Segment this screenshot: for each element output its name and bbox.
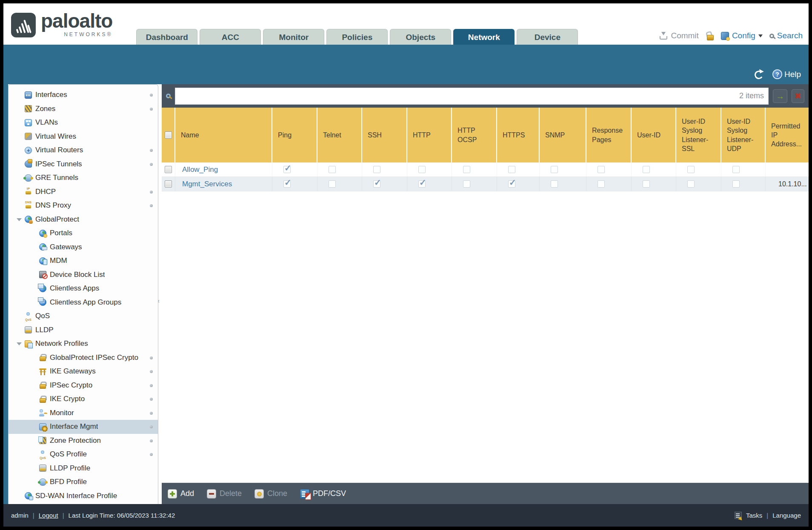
caret-spacer	[31, 434, 39, 448]
telnet-checkbox[interactable]	[329, 166, 336, 173]
tab-policies[interactable]: Policies	[326, 29, 388, 45]
sidebar-item-ike-gateways[interactable]: IKE Gateways	[9, 365, 158, 379]
caret-spacer	[31, 351, 39, 365]
user_id-checkbox[interactable]	[643, 166, 650, 173]
sidebar-item-interface-mgmt[interactable]: Interface Mgmt	[9, 420, 158, 434]
sidebar-item-zone-protection[interactable]: Zone Protection	[9, 434, 158, 448]
select-all-checkbox[interactable]	[165, 131, 172, 139]
ssh-checkbox[interactable]: ✓	[373, 180, 380, 188]
column-header-ssh: SSH	[362, 108, 407, 162]
unlock-icon[interactable]	[706, 31, 714, 40]
sidebar-item-device-block-list[interactable]: Device Block List	[9, 268, 158, 282]
http_ocsp-checkbox[interactable]	[463, 166, 470, 173]
sidebar-item-vlans[interactable]: VLANs	[9, 116, 158, 130]
row-select-checkbox[interactable]	[165, 180, 172, 188]
uid_syslog_udp-checkbox[interactable]	[732, 180, 740, 188]
sidebar-splitter[interactable]: ‹	[158, 84, 162, 504]
sidebar-item-label: LLDP Profile	[50, 464, 90, 473]
sidebar-item-network-profiles[interactable]: Network Profiles	[9, 337, 158, 351]
http-checkbox[interactable]: ✓	[418, 180, 426, 188]
sidebar-item-globalprotect[interactable]: GlobalProtect	[9, 213, 158, 227]
caret-spacer	[31, 365, 39, 379]
ssh-checkbox[interactable]	[373, 166, 380, 173]
filter-input[interactable]	[180, 91, 735, 101]
sidebar-item-ipsec-tunnels[interactable]: IPSec Tunnels	[9, 157, 158, 171]
sidebar-item-mdm[interactable]: MDM	[9, 254, 158, 268]
ping-checkbox[interactable]: ✓	[283, 166, 291, 173]
status-bar: admin | Logout | Last Login Time: 06/05/…	[3, 504, 809, 527]
sidebar-item-dhcp[interactable]: DHCP	[9, 185, 158, 199]
global-search-button[interactable]: Search	[769, 31, 803, 40]
refresh-icon[interactable]	[754, 70, 764, 80]
tasks-button[interactable]: Tasks	[746, 512, 762, 519]
sidebar-item-clientless-app-groups[interactable]: Clientless App Groups	[9, 296, 158, 310]
row-select-checkbox[interactable]	[165, 166, 172, 173]
profile-name-link[interactable]: Mgmt_Services	[175, 180, 232, 188]
http_ocsp-checkbox[interactable]	[463, 180, 470, 188]
tab-network[interactable]: Network	[453, 29, 515, 45]
sidebar-item-sd-wan-interface-profile[interactable]: SD-WAN Interface Profile	[9, 489, 158, 503]
clear-filter-button[interactable]: ✖	[792, 89, 804, 103]
http-checkbox[interactable]	[418, 166, 426, 173]
uid_syslog_udp-checkbox[interactable]	[732, 166, 740, 173]
profile-name-link[interactable]: Allow_Ping	[175, 165, 218, 174]
tab-monitor[interactable]: Monitor	[263, 29, 324, 45]
uid_syslog_ssl-checkbox[interactable]	[687, 166, 695, 173]
add-button[interactable]: Add	[168, 489, 194, 499]
sidebar-item-bfd-profile[interactable]: BFD Profile	[9, 475, 158, 489]
sidebar-item-qos-profile[interactable]: QoS Profile	[9, 447, 158, 462]
snmp-checkbox[interactable]	[551, 180, 558, 188]
sidebar-item-globalprotect-ipsec-crypto[interactable]: GlobalProtect IPSec Crypto	[9, 351, 158, 365]
uid_syslog_ssl-checkbox[interactable]	[687, 180, 695, 188]
collapse-caret-icon[interactable]	[16, 213, 25, 227]
sidebar-item-qos[interactable]: QoS	[9, 309, 158, 323]
tab-acc[interactable]: ACC	[200, 29, 261, 45]
check-icon: ✓	[419, 177, 426, 188]
sidebar-item-ike-crypto[interactable]: IKE Crypto	[9, 392, 158, 406]
logout-link[interactable]: Logout	[39, 512, 58, 519]
sidebar-item-ipsec-crypto[interactable]: IPSec Crypto	[9, 379, 158, 393]
item-dot	[150, 384, 153, 387]
ping-checkbox[interactable]: ✓	[283, 180, 291, 188]
delete-button[interactable]: Delete	[207, 489, 242, 499]
cell-user_id	[632, 162, 676, 177]
snmp-checkbox[interactable]	[551, 166, 558, 173]
clone-button[interactable]: Clone	[254, 489, 287, 499]
user_id-checkbox[interactable]	[643, 180, 650, 188]
sidebar-item-gre-tunnels[interactable]: GRE Tunnels	[9, 171, 158, 185]
sidebar-item-virtual-routers[interactable]: Virtual Routers	[9, 143, 158, 157]
virtual-wires-icon	[25, 133, 32, 140]
help-button[interactable]: ? Help	[772, 69, 801, 79]
item-dot	[150, 163, 153, 166]
response_pages-checkbox[interactable]	[598, 180, 605, 188]
caret-spacer	[16, 88, 25, 102]
language-button[interactable]: Language	[772, 512, 801, 519]
commit-button[interactable]: Commit	[659, 31, 698, 40]
search-label: Search	[777, 31, 803, 40]
sidebar-item-clientless-apps[interactable]: Clientless Apps	[9, 282, 158, 296]
tab-device[interactable]: Device	[517, 29, 578, 45]
sidebar-item-zones[interactable]: Zones	[9, 102, 158, 116]
sidebar-item-dns-proxy[interactable]: DNS Proxy	[9, 199, 158, 213]
apply-filter-button[interactable]: →	[773, 89, 787, 103]
collapse-caret-icon[interactable]	[16, 337, 25, 351]
cell-select	[162, 162, 175, 177]
sidebar-item-portals[interactable]: Portals	[9, 226, 158, 240]
response_pages-checkbox[interactable]	[598, 166, 605, 173]
config-menu-button[interactable]: Config	[721, 31, 763, 40]
sidebar-item-interfaces[interactable]: Interfaces	[9, 88, 158, 102]
help-label: Help	[784, 70, 801, 79]
telnet-checkbox[interactable]	[329, 180, 336, 188]
https-checkbox[interactable]: ✓	[508, 180, 515, 188]
https-checkbox[interactable]	[508, 166, 515, 173]
delete-label: Delete	[220, 489, 242, 498]
caret-spacer	[31, 392, 39, 406]
tab-objects[interactable]: Objects	[390, 29, 451, 45]
sidebar-item-lldp-profile[interactable]: LLDP Profile	[9, 462, 158, 476]
sidebar-item-lldp[interactable]: LLDP	[9, 323, 158, 337]
tab-dashboard[interactable]: Dashboard	[136, 29, 197, 45]
sidebar-item-gateways[interactable]: Gateways	[9, 240, 158, 254]
sidebar-item-monitor[interactable]: Monitor	[9, 406, 158, 420]
sidebar-item-virtual-wires[interactable]: Virtual Wires	[9, 130, 158, 144]
pdf-csv-button[interactable]: PDF/CSV	[300, 489, 346, 499]
